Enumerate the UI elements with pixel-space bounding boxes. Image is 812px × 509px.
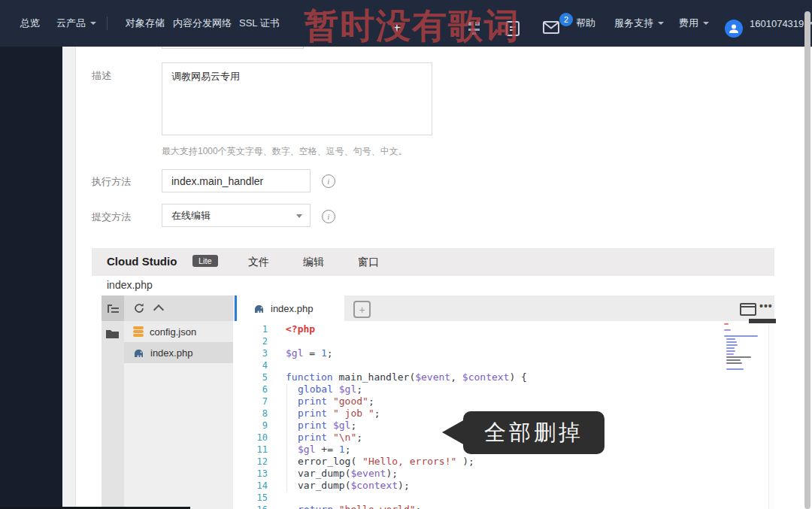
- nav-support[interactable]: 服务支持: [614, 0, 664, 47]
- submit-method-select[interactable]: 在线编辑: [162, 204, 311, 227]
- php-elephant-icon: [133, 348, 144, 358]
- submit-method-label: 提交方法: [92, 211, 131, 224]
- explorer-icon-strip: [102, 321, 124, 509]
- handler-label: 执行方法: [92, 175, 131, 189]
- nav-support-label: 服务支持: [614, 17, 653, 30]
- tab-label: index.php: [271, 303, 313, 314]
- callout-text: 全部删掉: [484, 418, 583, 448]
- menu-file[interactable]: 文件: [248, 256, 269, 269]
- submit-method-value: 在线编辑: [171, 209, 211, 223]
- folder-open-icon[interactable]: [106, 329, 120, 339]
- nav-cloud-products-label: 云产品: [56, 17, 86, 30]
- new-tab-button[interactable]: +: [353, 301, 371, 318]
- ide-pathbar: index.php: [92, 276, 774, 295]
- description-textarea[interactable]: 调教网易云专用: [162, 62, 432, 135]
- description-label: 描述: [92, 69, 111, 83]
- menu-window[interactable]: 窗口: [358, 256, 379, 269]
- handler-input[interactable]: [162, 169, 311, 192]
- tree-list-icon: [108, 304, 119, 314]
- collapse-icon[interactable]: [153, 304, 164, 315]
- explorer-tree-toggle[interactable]: [102, 295, 124, 321]
- lite-badge: Lite: [192, 255, 218, 267]
- left-sidebar: [0, 47, 62, 509]
- page-scrollbar[interactable]: [804, 11, 810, 509]
- handler-info-icon[interactable]: i: [322, 174, 335, 188]
- refresh-icon[interactable]: [134, 303, 144, 314]
- watermark-text: 暂时没有歌词: [304, 3, 520, 50]
- content-scroll-gutter: [62, 47, 76, 509]
- account-id-label: 1601074319: [750, 18, 804, 29]
- explorer-background: [124, 363, 233, 509]
- php-elephant-icon: [253, 304, 265, 314]
- nav-help[interactable]: 帮助: [576, 0, 595, 47]
- menu-edit[interactable]: 编辑: [303, 256, 324, 269]
- callout-bubble: 全部删掉: [463, 411, 604, 454]
- editor-tabbar: index.php + •••: [233, 295, 774, 321]
- avatar[interactable]: [725, 20, 743, 38]
- file-name: config.json: [150, 326, 196, 338]
- account-id[interactable]: 1601074319: [750, 0, 812, 47]
- database-icon: [133, 326, 144, 337]
- minimap[interactable]: [724, 323, 766, 371]
- callout-arrow: [442, 420, 465, 445]
- mail-badge: 2: [559, 13, 573, 26]
- mail-icon[interactable]: [543, 21, 559, 34]
- file-row-config[interactable]: config.json: [124, 321, 233, 342]
- ide-header: Cloud Studio Lite 文件 编辑 窗口: [92, 248, 774, 276]
- tab-index-php[interactable]: index.php: [235, 295, 344, 321]
- layout-panel-icon[interactable]: [740, 303, 756, 316]
- description-hint: 最大支持1000个英文字母、数字、空格、逗号、句号、中文。: [162, 145, 408, 158]
- chevron-down-icon: [658, 22, 664, 25]
- nav-billing-label: 费用: [679, 17, 698, 30]
- file-row-index[interactable]: index.php: [124, 342, 233, 363]
- user-icon: [729, 23, 739, 34]
- editor-scrollbar-track[interactable]: [768, 321, 775, 509]
- nav-cos[interactable]: 对象存储: [126, 0, 165, 47]
- nav-divider: [107, 17, 108, 30]
- indent-guide: [286, 384, 287, 492]
- nav-cloud-products[interactable]: 云产品: [56, 0, 96, 47]
- chevron-down-icon: [703, 22, 709, 25]
- page: 描述 调教网易云专用 最大支持1000个英文字母、数字、空格、逗号、句号、中文。…: [0, 0, 812, 509]
- nav-cdn[interactable]: 内容分发网络: [173, 0, 232, 47]
- ide-title: Cloud Studio: [107, 255, 177, 268]
- nav-overview[interactable]: 总览: [20, 0, 40, 47]
- editor-scrollbar-thumb[interactable]: [749, 319, 776, 323]
- file-name: index.php: [150, 347, 192, 359]
- submit-info-icon[interactable]: i: [322, 210, 335, 223]
- nav-ssl[interactable]: SSL 证书: [239, 0, 280, 47]
- more-actions-icon[interactable]: •••: [759, 300, 773, 312]
- chevron-down-icon: [90, 22, 96, 25]
- nav-billing[interactable]: 费用: [679, 0, 709, 47]
- chevron-down-icon: [296, 214, 302, 218]
- explorer-toolbar: [124, 295, 233, 321]
- ide-path: index.php: [107, 279, 153, 291]
